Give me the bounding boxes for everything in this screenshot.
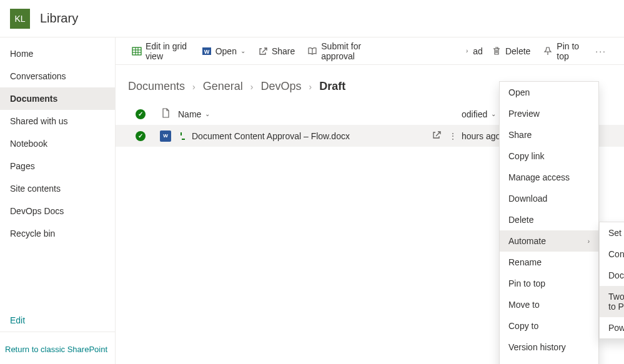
menu-item-manage-access[interactable]: Manage access xyxy=(500,167,598,188)
delete-icon xyxy=(492,46,502,56)
file-type-icon xyxy=(161,108,171,120)
site-header: KL Library xyxy=(0,0,624,37)
main-content: Edit in grid view W Open ⌄ Share Submit xyxy=(116,37,624,364)
submenu-item-set-a-reminder[interactable]: Set a reminder› xyxy=(600,222,624,243)
nav-edit-link[interactable]: Edit xyxy=(0,309,115,332)
menu-item-download[interactable]: Download xyxy=(500,188,598,209)
chevron-right-icon: › xyxy=(466,47,468,54)
chevron-right-icon: › xyxy=(309,82,312,92)
chevron-down-icon: ⌄ xyxy=(240,47,245,54)
chevron-down-icon: ⌄ xyxy=(491,111,496,117)
chevron-right-icon: › xyxy=(588,238,590,245)
site-title: Library xyxy=(40,11,78,26)
nav-item-pages[interactable]: Pages xyxy=(0,155,115,177)
book-icon xyxy=(307,46,317,56)
menu-item-alert-me[interactable]: Alert me xyxy=(500,358,598,364)
menu-item-copy-link[interactable]: Copy link xyxy=(500,145,598,167)
word-icon: W xyxy=(202,46,212,56)
delete-button[interactable]: Delete xyxy=(488,44,534,59)
share-icon xyxy=(258,46,268,56)
menu-item-pin-to-top[interactable]: Pin to top xyxy=(500,273,598,294)
chevron-down-icon: ⌄ xyxy=(205,111,210,117)
context-menu: OpenPreviewShareCopy linkManage accessDo… xyxy=(499,81,599,364)
svg-text:W: W xyxy=(204,49,209,55)
more-commands-button[interactable]: ··· xyxy=(590,44,612,59)
menu-item-share[interactable]: Share xyxy=(500,124,598,145)
menu-item-automate[interactable]: Automate› xyxy=(500,230,598,252)
open-button[interactable]: W Open ⌄ xyxy=(198,44,249,59)
row-share-icon[interactable] xyxy=(432,130,442,142)
breadcrumb-draft: Draft xyxy=(319,80,345,93)
svg-rect-0 xyxy=(132,47,141,55)
breadcrumb-documents[interactable]: Documents xyxy=(128,80,185,93)
nav-item-documents[interactable]: Documents xyxy=(0,87,115,110)
column-header-name[interactable]: Name ⌄ xyxy=(178,109,412,119)
nav-item-shared-with-us[interactable]: Shared with us xyxy=(0,110,115,132)
nav-item-site-contents[interactable]: Site contents xyxy=(0,177,115,200)
menu-item-rename[interactable]: Rename xyxy=(500,252,598,273)
submenu-item-document-content-approval[interactable]: Document Content Approval xyxy=(600,265,624,286)
partial-download-label: ad xyxy=(473,46,483,56)
submit-approval-button[interactable]: Submit for approval xyxy=(304,39,380,64)
breadcrumb-devops[interactable]: DevOps xyxy=(260,80,301,93)
sync-spinner-icon xyxy=(178,132,186,140)
submenu-item-two-step-approval-convert-to-pdf[interactable]: Two-Step Approval & Convert to PDF xyxy=(600,286,624,317)
automate-submenu: Set a reminder›Convert Document into PDF… xyxy=(599,222,624,339)
nav-item-recycle-bin[interactable]: Recycle bin xyxy=(0,222,115,245)
chevron-right-icon: › xyxy=(192,82,196,92)
menu-item-version-history[interactable]: Version history xyxy=(500,337,598,358)
menu-item-copy-to[interactable]: Copy to xyxy=(500,315,598,337)
chevron-right-icon: › xyxy=(250,82,254,92)
word-file-icon: W xyxy=(160,130,171,142)
menu-item-delete[interactable]: Delete xyxy=(500,209,598,230)
pin-icon xyxy=(543,46,553,56)
command-bar: Edit in grid view W Open ⌄ Share Submit xyxy=(116,37,624,65)
menu-item-open[interactable]: Open xyxy=(500,82,598,103)
pin-to-top-button[interactable]: Pin to top xyxy=(539,39,585,64)
select-all-check-icon[interactable] xyxy=(136,109,146,119)
nav-item-notebook[interactable]: Notebook xyxy=(0,132,115,155)
edit-grid-view-button[interactable]: Edit in grid view xyxy=(128,39,193,64)
submenu-item-convert-document-into-pdf[interactable]: Convert Document into PDF xyxy=(600,243,624,265)
nav-item-devops-docs[interactable]: DevOps Docs xyxy=(0,200,115,222)
menu-item-preview[interactable]: Preview xyxy=(500,103,598,124)
menu-item-move-to[interactable]: Move to xyxy=(500,294,598,315)
submenu-item-power-automate[interactable]: Power Automate› xyxy=(600,317,624,338)
left-navigation: HomeConversationsDocumentsShared with us… xyxy=(0,37,116,364)
nav-item-conversations[interactable]: Conversations xyxy=(0,65,115,87)
row-more-button[interactable]: ⋮ xyxy=(444,132,462,140)
share-button[interactable]: Share xyxy=(254,44,299,59)
grid-icon xyxy=(132,46,142,56)
return-classic-link[interactable]: Return to classic SharePoint xyxy=(0,340,115,359)
breadcrumb-general[interactable]: General xyxy=(203,80,243,93)
site-logo: KL xyxy=(10,9,30,29)
row-selected-check-icon[interactable] xyxy=(136,131,146,141)
nav-item-home[interactable]: Home xyxy=(0,42,115,65)
file-name[interactable]: Document Content Approval – Flow.docx xyxy=(192,131,350,141)
